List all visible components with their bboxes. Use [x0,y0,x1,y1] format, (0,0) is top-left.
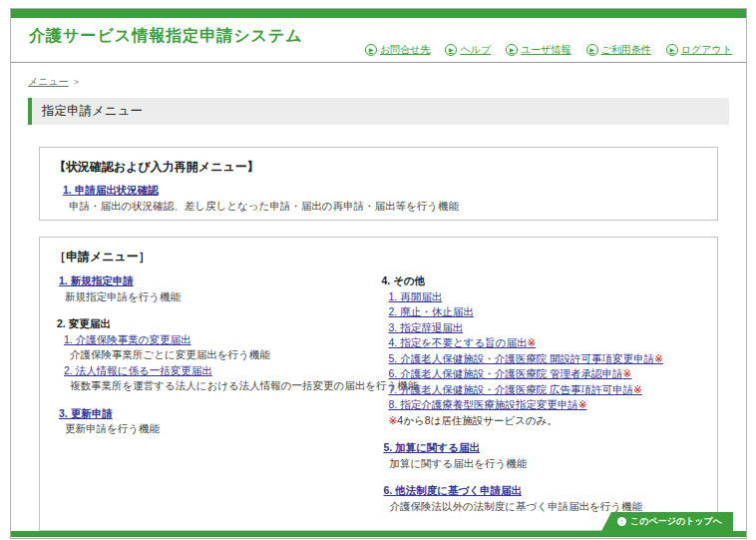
main-content: メニュー ＞ 指定申請メニュー 【状況確認および入力再開メニュー】 1. 申請届… [11,63,746,531]
spacer [379,428,704,440]
menu-link-label: 1. 申請届出状況確認 [63,184,159,196]
copyright-text: Copyright © Ministry of Health, Labour a… [11,537,746,539]
app-title: 介護サービス情報指定申請システム [29,26,303,47]
breadcrumb: メニュー ＞ [28,75,729,89]
menu-link[interactable]: 5. 加算に関する届出 [384,440,480,456]
circle-arrow-right-icon: ▶ [506,44,518,56]
menu-description: 介護保険法以外の法制度に基づく申請届出を行う機能 [390,499,704,515]
menu-link-label: 6. 他法制度に基づく申請届出 [384,484,522,496]
menu-link[interactable]: 2. 廃止・休止届出 [389,304,474,320]
note-mark: ※ [623,367,632,379]
menu-link-label: 3. 指定辞退届出 [389,321,464,333]
nav-link-label: ログアウト [681,43,732,57]
page: 介護サービス情報指定申請システム ▶お問合せ先▶ヘルプ▶ユーザ情報▶ご利用条件▶… [10,8,747,539]
application-menu-title: ［申請メニュー］ [54,249,703,266]
menu-note: ※4から8は居住施設サービスのみ。 [389,413,704,429]
menu-link[interactable]: 5. 介護老人保健施設・介護医療院 開設許可事項変更申請※ [389,351,663,367]
menu-link-label: 2. 法人情報に係る一括変更届出 [64,364,212,376]
note-mark: ※ [654,352,663,364]
menu-description: 介護保険事業所ごとに変更届出を行う機能 [70,347,379,363]
nav-link-label: ヘルプ [460,43,491,57]
menu-link[interactable]: 6. 介護老人保健施設・介護医療院 管理者承認申請※ [389,366,632,382]
circle-arrow-right-icon: ▶ [586,44,598,56]
nav-link-label: ユーザ情報 [521,43,570,57]
menu-link-label: 2. 廃止・休止届出 [389,305,474,317]
menu-heading: 2. 変更届出 [57,316,379,332]
menu-link-label: 4. 指定を不要とする旨の届出 [389,336,528,348]
menu-description: 加算に関する届出を行う機能 [390,456,704,472]
application-menu-columns: 1. 新規指定申請新規指定申請を行う機能2. 変更届出1. 介護保険事業の変更届… [54,273,703,514]
spacer [379,471,704,483]
menu-link[interactable]: 6. 他法制度に基づく申請届出 [384,483,522,499]
circle-arrow-right-icon: ▶ [365,44,377,56]
menu-link-label: 8. 指定介護療養型医療施設指定変更申請 [389,398,578,410]
note-mark: ※ [527,336,536,348]
application-menu-left-column: 1. 新規指定申請新規指定申請を行う機能2. 変更届出1. 介護保険事業の変更届… [54,273,379,514]
application-menu-right-column: 4. その他1. 再開届出2. 廃止・休止届出3. 指定辞退届出4. 指定を不要… [379,273,704,514]
menu-link-label: 3. 更新申請 [59,407,113,419]
menu-link[interactable]: 3. 更新申請 [59,406,113,422]
status-menu-items: 1. 申請届出状況確認申請・届出の状況確認、差し戻しとなった申請・届出の再申請・… [58,183,703,214]
menu-description: 申請・届出の状況確認、差し戻しとなった申請・届出の再申請・届出等を行う機能 [69,199,703,215]
spacer [54,304,379,316]
footer: ↑ このページのトップへ Copyright © Ministry of Hea… [11,531,746,539]
status-menu-box: 【状況確認および入力再開メニュー】 1. 申請届出状況確認申請・届出の状況確認、… [39,147,718,221]
menu-link-label: 1. 再開届出 [389,290,443,302]
circle-arrow-right-icon: ▶ [666,44,678,56]
menu-link-label: 5. 介護老人保健施設・介護医療院 開設許可事項変更申請 [389,352,655,364]
spacer [54,394,379,406]
menu-link[interactable]: 4. 指定を不要とする旨の届出※ [389,335,537,351]
page-top-button[interactable]: ↑ このページのトップへ [601,512,733,531]
menu-link[interactable]: 7. 介護老人保健施設・介護医療院 広告事項許可申請※ [389,382,642,398]
header: 介護サービス情報指定申請システム ▶お問合せ先▶ヘルプ▶ユーザ情報▶ご利用条件▶… [11,18,746,63]
application-menu-box: ［申請メニュー］ 1. 新規指定申請新規指定申請を行う機能2. 変更届出1. 介… [39,237,718,531]
nav-link-user-info[interactable]: ▶ユーザ情報 [506,43,570,57]
menu-link[interactable]: 1. 再開届出 [389,289,443,305]
menu-link-label: 7. 介護老人保健施設・介護医療院 広告事項許可申請 [389,383,634,395]
nav-link-contact[interactable]: ▶お問合せ先 [365,43,430,57]
menu-description: 更新申請を行う機能 [65,421,379,437]
nav-link-terms[interactable]: ▶ご利用条件 [586,43,651,57]
menu-description: 複数事業所を運営する法人における法人情報の一括変更の届出を行う機能 [70,378,379,394]
menu-link[interactable]: 8. 指定介護療養型医療施設指定変更申請※ [389,397,587,413]
menu-link[interactable]: 2. 法人情報に係る一括変更届出 [64,363,212,379]
circle-arrow-right-icon: ▶ [445,44,457,56]
circle-arrow-up-icon: ↑ [617,517,626,526]
nav-link-label: お問合せ先 [380,43,430,57]
menu-link-label: 1. 介護保険事業の変更届出 [64,333,190,345]
menu-note-label: 4から8は居住施設サービスのみ。 [397,414,558,426]
menu-description: 新規指定申請を行う機能 [65,289,379,305]
menu-heading: 4. その他 [382,273,704,289]
note-mark: ※ [389,414,398,426]
note-mark: ※ [578,398,587,410]
status-menu-title: 【状況確認および入力再開メニュー】 [54,159,703,176]
page-title: 指定申請メニュー [28,98,729,125]
menu-link[interactable]: 3. 指定辞退届出 [389,320,464,336]
page-top-button-label: このページのトップへ [630,515,722,528]
breadcrumb-separator: ＞ [71,76,81,87]
nav-link-help[interactable]: ▶ヘルプ [445,43,491,57]
menu-link-label: 5. 加算に関する届出 [384,441,480,453]
menu-link[interactable]: 1. 新規指定申請 [59,273,134,289]
nav-link-logout[interactable]: ▶ログアウト [666,43,732,57]
menu-link[interactable]: 1. 介護保険事業の変更届出 [64,332,190,348]
menu-link-label: 6. 介護老人保健施設・介護医療院 管理者承認申請 [389,367,623,379]
menu-link[interactable]: 1. 申請届出状況確認 [63,183,159,199]
menu-link-label: 1. 新規指定申請 [59,274,134,286]
top-accent-bar [11,9,746,18]
nav-link-label: ご利用条件 [601,43,651,57]
header-nav: ▶お問合せ先▶ヘルプ▶ユーザ情報▶ご利用条件▶ログアウト [365,43,732,57]
breadcrumb-link-menu[interactable]: メニュー [28,76,69,87]
note-mark: ※ [633,383,642,395]
